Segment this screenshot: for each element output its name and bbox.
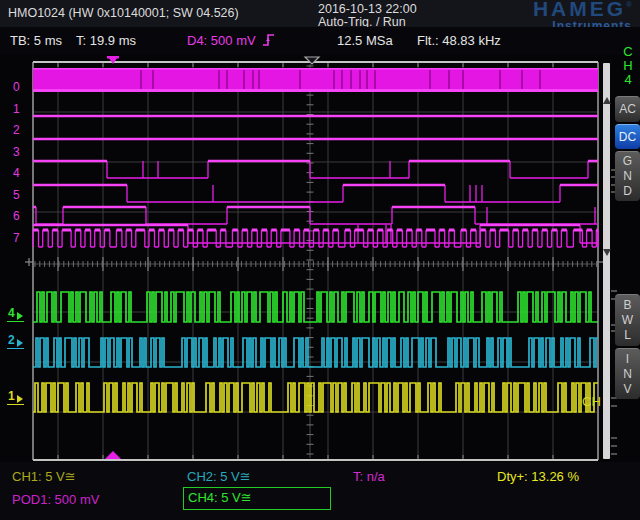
channel-marker-ch4-digit: 4 xyxy=(8,306,15,320)
ch-overlay-label: CH xyxy=(582,394,601,409)
invert-button[interactable]: I N V xyxy=(615,348,640,399)
registered-mark: ® xyxy=(626,0,632,9)
channel-marker-ch2[interactable]: 2 xyxy=(7,333,24,349)
samplerate-readout: 12.5 MSa xyxy=(337,33,393,48)
oscilloscope-screen: HMO1024 (HW 0x10140001; SW 04.526) 2016-… xyxy=(0,0,640,520)
trigger-time-readout: T: n/a xyxy=(353,469,385,484)
pod-channel-label-0: 0 xyxy=(13,80,27,94)
trigger-source-readout: D4: 500 mV xyxy=(187,33,256,48)
right-arrow-icon xyxy=(17,312,23,320)
channel-marker-ch1[interactable]: 1 xyxy=(7,389,24,405)
datetime-text: 2016-10-13 22:00 xyxy=(318,2,417,16)
pod-channel-label-3: 3 xyxy=(13,145,27,159)
pod-channel-label-6: 6 xyxy=(13,209,27,223)
coupling-gnd-button[interactable]: G N D xyxy=(615,151,640,201)
pod-channel-label-2: 2 xyxy=(13,123,27,137)
channel-marker-ch1-digit: 1 xyxy=(8,389,15,403)
brand-text: HAMEG xyxy=(533,0,626,20)
right-arrow-icon xyxy=(17,339,23,347)
pod-channel-label-1: 1 xyxy=(13,102,27,116)
channel-marker-ch4[interactable]: 4 xyxy=(7,306,24,322)
pod-channel-label-5: 5 xyxy=(13,188,27,202)
duty-cycle-readout: Dty+: 13.26 % xyxy=(497,469,579,484)
status-bar: TB: 5 ms T: 19.9 ms D4: 500 mV 12.5 MSa … xyxy=(0,27,640,55)
timebase-readout: TB: 5 ms xyxy=(10,33,62,48)
scroll-up-arrow-icon[interactable] xyxy=(603,97,611,104)
pod1-scale-readout: POD1: 500 mV xyxy=(12,492,99,507)
side-panel-channel-indicator: C H 4 xyxy=(621,45,635,87)
ch1-scale-readout: CH1: 5 V≅ xyxy=(12,469,76,484)
bottom-bar: CH1: 5 V≅ CH2: 5 V≅ T: n/a Dty+: 13.26 %… xyxy=(0,462,640,520)
pod-channel-label-4: 4 xyxy=(13,166,27,180)
ch2-scale-readout: CH2: 5 V≅ xyxy=(187,469,251,484)
device-id-text: HMO1024 (HW 0x10140001; SW 04.526) xyxy=(8,6,239,20)
coupling-dc-button[interactable]: DC xyxy=(615,124,640,149)
ch4-selected-box[interactable]: CH4: 5 V≅ xyxy=(183,487,331,510)
channel-marker-ch2-digit: 2 xyxy=(8,333,15,347)
right-arrow-icon xyxy=(17,395,23,403)
display-scrollbar[interactable] xyxy=(603,63,610,459)
ch4-scale-readout: CH4: 5 V≅ xyxy=(188,490,252,505)
time-readout: T: 19.9 ms xyxy=(76,33,136,48)
scroll-down-arrow-icon[interactable] xyxy=(603,249,611,256)
header-bar: HMO1024 (HW 0x10140001; SW 04.526) 2016-… xyxy=(0,0,640,27)
filter-readout: Flt.: 48.83 kHz xyxy=(417,33,501,48)
coupling-ac-button[interactable]: AC xyxy=(615,96,640,122)
scope-display xyxy=(0,0,640,520)
pod-channel-label-7: 7 xyxy=(13,231,27,245)
bandwidth-limit-button[interactable]: B W L xyxy=(615,294,640,346)
rising-edge-icon xyxy=(262,32,276,48)
